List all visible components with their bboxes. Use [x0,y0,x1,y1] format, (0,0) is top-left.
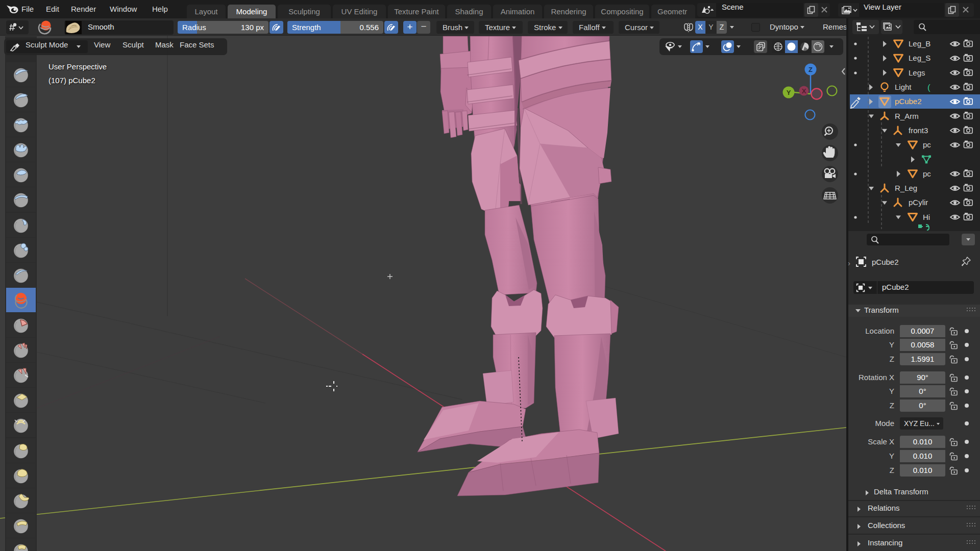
svg-text:Y: Y [787,89,791,96]
svg-text:Z: Z [808,66,813,73]
svg-text:X: X [802,87,806,95]
